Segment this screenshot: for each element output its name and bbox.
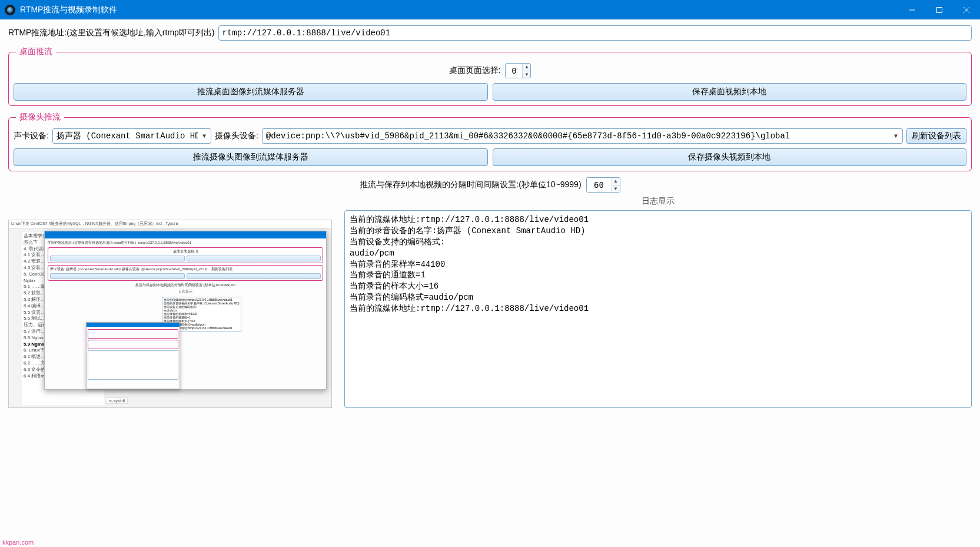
thumb-inner-window: RTMP推流地址:(这里设置有候选地址,输入rtmp即可列出) rtmp://1… bbox=[44, 231, 327, 390]
camera-device-value: @device:pnp:\\?\usb#vid_5986&pid_2113&mi… bbox=[266, 131, 889, 141]
rtmp-row: RTMP推流地址:(这里设置有候选地址,输入rtmp即可列出) bbox=[8, 25, 972, 41]
log-title: 日志显示 bbox=[344, 196, 972, 207]
log-output[interactable]: 当前的流媒体地址:rtmp://127.0.0.1:8888/live/vide… bbox=[344, 210, 972, 408]
rtmp-input[interactable] bbox=[218, 25, 972, 41]
page-select-label: 桌面页面选择: bbox=[449, 65, 501, 76]
maximize-button[interactable] bbox=[926, 0, 953, 19]
interval-spin[interactable]: ▲ ▼ bbox=[586, 177, 620, 193]
spin-down-icon[interactable]: ▼ bbox=[612, 185, 620, 193]
window-title: RTMP推流与视频录制软件 bbox=[20, 5, 117, 15]
camera-legend: 摄像头推流 bbox=[16, 112, 64, 122]
close-button[interactable] bbox=[953, 0, 980, 19]
titlebar: RTMP推流与视频录制软件 bbox=[0, 0, 980, 19]
page-select-spin[interactable]: ▲ ▼ bbox=[505, 63, 531, 78]
app-icon bbox=[5, 5, 15, 15]
minimize-button[interactable] bbox=[899, 0, 926, 19]
rtmp-label: RTMP推流地址:(这里设置有候选地址,输入rtmp即可列出) bbox=[8, 28, 215, 38]
push-desktop-button[interactable]: 推流桌面图像到流媒体服务器 bbox=[14, 83, 488, 101]
audio-label: 声卡设备: bbox=[14, 131, 49, 141]
spin-up-icon[interactable]: ▲ bbox=[523, 64, 530, 71]
audio-device-value: 扬声器 (Conexant SmartAudio HD) bbox=[57, 131, 198, 141]
save-desktop-button[interactable]: 保存桌面视频到本地 bbox=[493, 83, 967, 101]
desktop-legend: 桌面推流 bbox=[16, 47, 56, 57]
interval-label: 推流与保存到本地视频的分隔时间间隔设置:(秒单位10~9999) bbox=[360, 180, 581, 190]
spin-down-icon[interactable]: ▼ bbox=[523, 71, 530, 78]
interval-value[interactable] bbox=[587, 178, 612, 192]
camera-group: 摄像头推流 声卡设备: 扬声器 (Conexant SmartAudio HD)… bbox=[8, 112, 972, 171]
preview-thumbnail: Linux下发 CentOS7.4服务器的MySQL，NGINX服务器、使用ff… bbox=[8, 220, 332, 408]
chevron-down-icon: ▼ bbox=[200, 133, 208, 140]
spin-up-icon[interactable]: ▲ bbox=[612, 178, 620, 185]
push-camera-button[interactable]: 推流摄像头图像到流媒体服务器 bbox=[14, 148, 488, 166]
save-camera-button[interactable]: 保存摄像头视频到本地 bbox=[493, 148, 967, 166]
camera-device-select[interactable]: @device:pnp:\\?\usb#vid_5986&pid_2113&mi… bbox=[262, 128, 903, 144]
audio-device-select[interactable]: 扬声器 (Conexant SmartAudio HD) ▼ bbox=[52, 128, 211, 144]
camera-label: 摄像头设备: bbox=[215, 131, 258, 141]
interval-row: 推流与保存到本地视频的分隔时间间隔设置:(秒单位10~9999) ▲ ▼ bbox=[8, 177, 972, 193]
chevron-down-icon: ▼ bbox=[892, 133, 900, 140]
desktop-group: 桌面推流 桌面页面选择: ▲ ▼ 推流桌面图像到流媒体服务器 保存桌面视频到本地 bbox=[8, 47, 972, 106]
page-select-value[interactable] bbox=[506, 64, 522, 78]
refresh-devices-button[interactable]: 刷新设备列表 bbox=[906, 128, 966, 144]
svg-rect-1 bbox=[937, 7, 942, 12]
